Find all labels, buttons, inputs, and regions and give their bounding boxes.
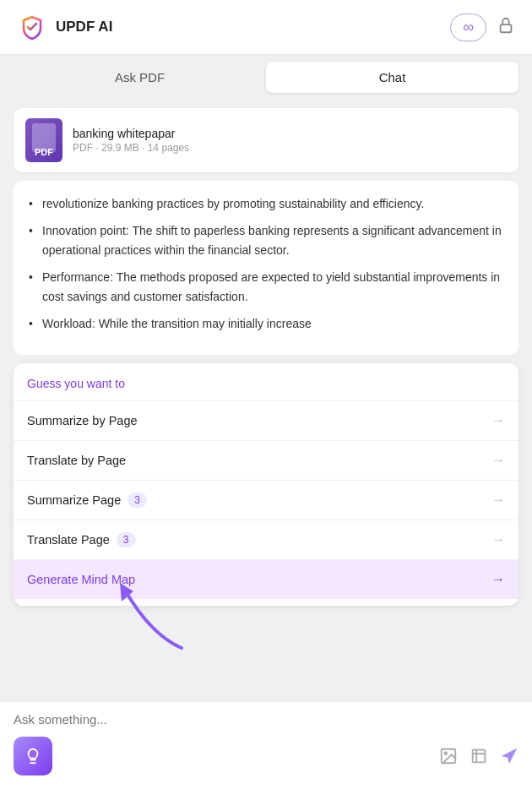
tab-chat[interactable]: Chat	[266, 62, 518, 93]
arrow-icon-0: →	[491, 413, 505, 428]
file-name: banking whitepapar	[73, 127, 189, 140]
suggestions-panel: Guess you want to Summarize by Page → Tr…	[14, 363, 518, 606]
list-item: Performance: The methods proposed are ex…	[29, 268, 503, 306]
lightbulb-button[interactable]	[14, 737, 52, 775]
pdf-icon: PDF	[25, 118, 62, 162]
header-left: UPDF AI	[17, 12, 112, 42]
header-right: ∞	[450, 14, 515, 41]
bottom-icons	[14, 737, 518, 775]
tabs-bar: Ask PDF Chat	[0, 55, 532, 100]
list-item: revolutionize banking practices by promo…	[29, 194, 503, 213]
content-area: revolutionize banking practices by promo…	[14, 181, 518, 355]
list-item: Innovation point: The shift to paperless…	[29, 221, 503, 259]
arrow-icon-3: →	[491, 532, 505, 547]
content-list: revolutionize banking practices by promo…	[29, 194, 503, 333]
updf-logo	[17, 12, 47, 42]
lock-button[interactable]	[497, 16, 515, 39]
send-button[interactable]	[500, 747, 518, 765]
svg-rect-5	[473, 750, 486, 763]
ask-input[interactable]	[14, 712, 518, 726]
input-row	[14, 712, 518, 726]
badge-translate: 3	[117, 532, 136, 547]
image-button[interactable]	[439, 747, 458, 765]
arrow-icon-4: →	[491, 572, 505, 587]
arrow-icon-1: →	[491, 453, 505, 468]
file-card: PDF banking whitepapar PDF · 29.9 MB · 1…	[14, 108, 518, 172]
app-title: UPDF AI	[56, 19, 112, 35]
badge-summarize: 3	[128, 492, 147, 508]
suggestion-translate-by-page[interactable]: Translate by Page →	[14, 440, 518, 480]
arrow-icon-2: →	[491, 492, 505, 508]
crop-button[interactable]	[470, 747, 488, 765]
suggestion-generate-mind-map[interactable]: Generate Mind Map →	[14, 559, 518, 599]
suggestion-summarize-by-page[interactable]: Summarize by Page →	[14, 400, 518, 440]
header: UPDF AI ∞	[0, 0, 532, 55]
file-info: banking whitepapar PDF · 29.9 MB · 14 pa…	[73, 127, 189, 154]
bottom-area	[0, 701, 532, 789]
suggestion-translate-page[interactable]: Translate Page 3 →	[14, 520, 518, 559]
tab-ask-pdf[interactable]: Ask PDF	[14, 62, 266, 93]
svg-rect-1	[501, 24, 512, 32]
infinity-button[interactable]: ∞	[450, 14, 486, 41]
list-item: Workload: While the transition may initi…	[29, 314, 503, 333]
svg-point-4	[444, 752, 447, 754]
bottom-right-icons	[439, 747, 518, 765]
suggestions-title: Guess you want to	[14, 377, 518, 400]
suggestion-summarize-page[interactable]: Summarize Page 3 →	[14, 480, 518, 520]
file-meta: PDF · 29.9 MB · 14 pages	[73, 142, 189, 154]
